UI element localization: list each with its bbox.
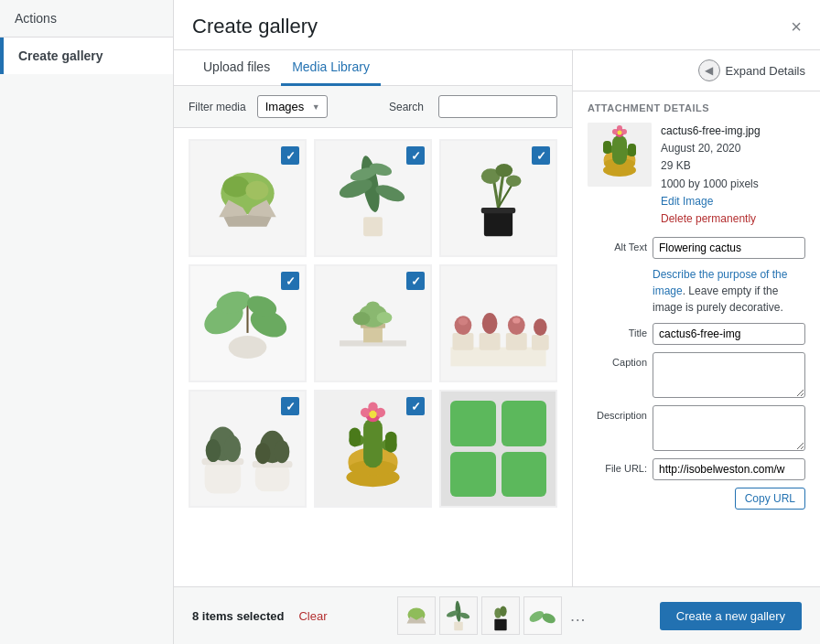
svg-point-62 — [376, 408, 385, 417]
media-item[interactable]: ✓ — [314, 139, 432, 257]
green-square — [502, 452, 547, 498]
attachment-heading: ATTACHMENT DETAILS — [588, 102, 805, 113]
copy-url-button[interactable]: Copy URL — [735, 488, 805, 510]
thumb-mini — [439, 596, 478, 635]
svg-point-76 — [618, 131, 622, 135]
green-square — [502, 401, 547, 446]
attachment-meta: cactus6-free-img.jpg August 20, 2020 29 … — [661, 123, 761, 228]
svg-rect-36 — [480, 333, 501, 350]
svg-rect-71 — [628, 144, 636, 156]
svg-rect-38 — [506, 333, 527, 350]
green-grid — [441, 392, 556, 506]
tab-media-library[interactable]: Media Library — [281, 50, 381, 86]
search-label: Search — [389, 101, 424, 113]
media-item[interactable]: ✓ — [189, 139, 307, 257]
clear-selection-link[interactable]: Clear — [298, 609, 327, 623]
filter-select-wrapper: Images — [257, 95, 328, 118]
svg-point-40 — [512, 317, 520, 323]
checkmark: ✓ — [406, 272, 425, 290]
svg-point-61 — [361, 408, 370, 417]
attachment-filename: cactus6-free-img.jpg — [661, 123, 761, 140]
alt-text-help: Describe the purpose of the image. Leave… — [653, 266, 805, 316]
attachment-panel: ◀ Expand Details ATTACHMENT DETAILS — [573, 50, 820, 586]
file-url-label: File URL: — [588, 458, 647, 474]
alt-text-label: Alt Text — [588, 237, 647, 252]
checkmark: ✓ — [281, 397, 299, 415]
checkmark: ✓ — [406, 146, 425, 165]
filter-label: Filter media — [189, 101, 246, 113]
attachment-dimensions: 1000 by 1000 pixels — [661, 176, 761, 193]
svg-point-74 — [621, 129, 627, 134]
svg-rect-69 — [603, 141, 611, 154]
svg-point-37 — [482, 313, 498, 334]
tabs: Upload files Media Library — [174, 50, 572, 86]
title-input[interactable] — [653, 323, 805, 345]
media-item-green-boxes[interactable] — [439, 390, 557, 508]
svg-rect-5 — [363, 217, 383, 236]
media-item[interactable]: ✓ — [189, 264, 307, 382]
checkmark: ✓ — [281, 146, 299, 165]
svg-rect-57 — [349, 428, 361, 447]
media-item-cactus[interactable]: ✓ — [314, 390, 432, 508]
svg-rect-12 — [481, 208, 516, 213]
svg-point-19 — [229, 336, 267, 359]
checkmark: ✓ — [532, 146, 550, 165]
search-input[interactable] — [438, 95, 557, 118]
svg-rect-55 — [363, 418, 383, 467]
svg-rect-67 — [612, 135, 627, 165]
modal-title: Create gallery — [192, 15, 318, 49]
expand-icon: ◀ — [698, 59, 720, 81]
green-square — [450, 452, 496, 498]
media-item[interactable]: ✓ — [314, 264, 432, 382]
svg-point-42 — [534, 318, 547, 336]
selected-count: 8 items selected — [192, 609, 284, 623]
description-label: Description — [588, 405, 647, 421]
caption-field: Caption — [588, 352, 805, 398]
svg-rect-59 — [385, 432, 397, 453]
svg-point-63 — [368, 402, 377, 411]
caption-label: Caption — [588, 352, 647, 368]
attachment-filesize: 29 KB — [661, 157, 761, 175]
media-item[interactable]: ✓ — [439, 139, 557, 257]
tab-upload-files[interactable]: Upload files — [192, 50, 281, 86]
alt-text-input[interactable] — [653, 237, 805, 259]
media-grid: ✓ ✓ — [174, 128, 572, 586]
svg-point-1 — [222, 177, 249, 198]
create-gallery-button[interactable]: Create a new gallery — [660, 602, 802, 630]
file-url-field: File URL: — [588, 458, 805, 480]
svg-point-51 — [255, 443, 271, 464]
copy-url-container: Copy URL — [588, 488, 805, 510]
svg-point-31 — [366, 302, 380, 311]
title-label: Title — [588, 323, 647, 338]
svg-rect-43 — [205, 460, 242, 493]
checkmark: ✓ — [281, 272, 299, 290]
attachment-edit-link[interactable]: Edit Image — [661, 195, 713, 208]
thumb-strip: … — [397, 596, 589, 635]
svg-rect-33 — [453, 333, 474, 350]
svg-point-85 — [500, 606, 507, 617]
file-url-input[interactable] — [653, 458, 805, 480]
svg-rect-79 — [454, 622, 463, 631]
thumb-mini — [481, 596, 520, 635]
expand-details-button[interactable]: ◀ Expand Details — [573, 50, 820, 91]
more-thumbs-indicator: … — [566, 596, 589, 635]
attachment-details: ATTACHMENT DETAILS — [573, 91, 820, 586]
filter-select[interactable]: Images — [257, 95, 328, 118]
modal: Create gallery × Upload files Media Libr… — [174, 0, 820, 644]
modal-close-button[interactable]: × — [791, 17, 802, 47]
svg-point-2 — [245, 181, 268, 200]
expand-details-label: Expand Details — [726, 64, 805, 78]
description-field: Description — [588, 405, 805, 451]
thumb-mini — [397, 596, 436, 635]
media-item[interactable] — [439, 264, 557, 382]
svg-point-75 — [617, 125, 622, 131]
attachment-delete-link[interactable]: Delete permanently — [661, 212, 756, 225]
alt-text-field: Alt Text — [588, 237, 805, 259]
svg-point-29 — [353, 312, 371, 326]
sidebar-create-gallery[interactable]: Create gallery — [0, 38, 173, 74]
description-input[interactable] — [653, 405, 805, 451]
media-item[interactable]: ✓ — [189, 390, 307, 508]
title-field: Title — [588, 323, 805, 345]
modal-header: Create gallery × — [174, 0, 820, 50]
caption-input[interactable] — [653, 352, 805, 398]
